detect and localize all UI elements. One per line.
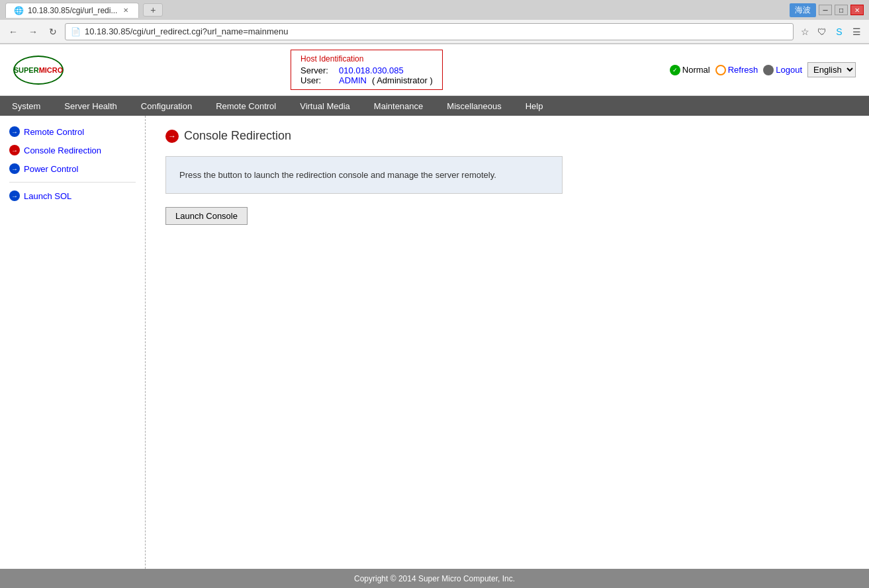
server-row: Server: 010.018.030.085 xyxy=(300,65,433,75)
sidebar-icon-launch-sol: → xyxy=(9,190,20,201)
nav-serverhealth-label: Server Health xyxy=(64,101,116,111)
app-header: SUPERMICRO Host Identification Server: 0… xyxy=(0,44,869,96)
nav-item-configuration[interactable]: Configuration xyxy=(129,96,204,116)
sidebar-item-remote-control[interactable]: → Remote Control xyxy=(0,122,145,141)
user-value: ADMIN xyxy=(339,75,367,85)
logo-super: SUPER xyxy=(14,66,39,74)
sidebar-label-remote-control: Remote Control xyxy=(24,127,84,137)
nav-virtualmedia-label: Virtual Media xyxy=(300,101,350,111)
footer: Copyright © 2014 Super Micro Computer, I… xyxy=(0,569,869,588)
nav-item-maintenance[interactable]: Maintenance xyxy=(362,96,435,116)
nav-help-label: Help xyxy=(526,101,543,111)
header-controls: ✓ Normal Refresh Logout English xyxy=(670,62,856,77)
logout-text: Logout xyxy=(776,65,802,75)
page-title-icon: → xyxy=(165,130,179,143)
logout-icon xyxy=(763,65,774,75)
page-wrapper: SUPERMICRO Host Identification Server: 0… xyxy=(0,44,869,588)
logo-micro: MICRO xyxy=(39,66,64,74)
tab-icon: 🌐 xyxy=(14,6,24,15)
menu-button[interactable]: ☰ xyxy=(849,24,864,39)
nav-item-virtual-media[interactable]: Virtual Media xyxy=(288,96,362,116)
titlebar-right: 海波 ─ □ ✕ xyxy=(790,3,864,17)
sidebar-item-power-control[interactable]: → Power Control xyxy=(0,159,145,178)
nav-item-help[interactable]: Help xyxy=(514,96,555,116)
refresh-icon xyxy=(715,65,726,75)
haibo-button[interactable]: 海波 xyxy=(790,3,816,17)
new-tab-btn[interactable]: + xyxy=(143,3,163,17)
sidebar-label-launch-sol: Launch SOL xyxy=(24,191,71,201)
sidebar-label-console-redirection: Console Redirection xyxy=(24,146,101,155)
host-id-title: Host Identification xyxy=(300,54,433,63)
user-label: User: xyxy=(300,75,334,85)
browser-chrome: 🌐 10.18.30.85/cgi/url_redi... ✕ + 海波 ─ □… xyxy=(0,0,869,44)
back-button[interactable]: ← xyxy=(5,24,21,40)
user-row: User: ADMIN ( Administrator ) xyxy=(300,75,433,85)
main-area: → Remote Control → Console Redirection →… xyxy=(0,116,869,569)
logo-area: SUPERMICRO xyxy=(13,56,64,85)
sidebar: → Remote Control → Console Redirection →… xyxy=(0,116,146,569)
info-box: Press the button to launch the redirecti… xyxy=(165,156,563,194)
nav-item-system[interactable]: System xyxy=(0,96,52,116)
bookmark-button[interactable]: ☆ xyxy=(798,24,812,39)
info-text: Press the button to launch the redirecti… xyxy=(179,170,549,180)
nav-configuration-label: Configuration xyxy=(141,101,192,111)
nav-maintenance-label: Maintenance xyxy=(374,101,423,111)
nav-system-label: System xyxy=(12,101,40,111)
browser-tab[interactable]: 🌐 10.18.30.85/cgi/url_redi... ✕ xyxy=(5,3,139,18)
reload-button[interactable]: ↻ xyxy=(45,24,61,40)
page-title-area: → Console Redirection xyxy=(165,129,849,143)
status-text: Normal xyxy=(682,65,710,75)
copyright-text: Copyright © 2014 Super Micro Computer, I… xyxy=(354,574,515,583)
page-title: Console Redirection xyxy=(184,129,291,143)
refresh-text: Refresh xyxy=(728,65,758,75)
tab-title: 10.18.30.85/cgi/url_redi... xyxy=(28,6,117,15)
skype-button[interactable]: S xyxy=(832,24,846,39)
maximize-button[interactable]: □ xyxy=(835,5,848,15)
nav-item-miscellaneous[interactable]: Miscellaneous xyxy=(435,96,513,116)
nav-miscellaneous-label: Miscellaneous xyxy=(447,101,501,111)
browser-titlebar: 🌐 10.18.30.85/cgi/url_redi... ✕ + 海波 ─ □… xyxy=(0,0,869,20)
sidebar-label-power-control: Power Control xyxy=(24,164,78,174)
titlebar-left: 🌐 10.18.30.85/cgi/url_redi... ✕ + xyxy=(5,3,163,18)
toolbar-icons: ☆ 🛡 S ☰ xyxy=(798,24,864,39)
sidebar-icon-power-control: → xyxy=(9,163,20,174)
minimize-button[interactable]: ─ xyxy=(819,5,832,15)
host-info-box: Host Identification Server: 010.018.030.… xyxy=(291,50,443,90)
refresh-link[interactable]: Refresh xyxy=(715,65,758,75)
sidebar-item-launch-sol[interactable]: → Launch SOL xyxy=(0,187,145,205)
sidebar-divider xyxy=(9,182,136,183)
page-icon: 📄 xyxy=(71,27,81,36)
sidebar-icon-remote-control: → xyxy=(9,126,20,137)
user-role: ( Administrator ) xyxy=(372,75,433,85)
sidebar-icon-console-redirection: → xyxy=(9,145,20,155)
nav-remotecontrol-label: Remote Control xyxy=(216,101,276,111)
server-value: 010.018.030.085 xyxy=(339,65,404,75)
shield-icon-btn[interactable]: 🛡 xyxy=(815,24,829,39)
sidebar-item-console-redirection[interactable]: → Console Redirection xyxy=(0,141,145,159)
url-text: 10.18.30.85/cgi/url_redirect.cgi?url_nam… xyxy=(85,26,289,36)
language-select[interactable]: English xyxy=(807,62,856,77)
forward-button[interactable]: → xyxy=(25,24,41,40)
tab-close-btn[interactable]: ✕ xyxy=(121,6,130,15)
close-button[interactable]: ✕ xyxy=(850,5,864,15)
nav-item-remote-control[interactable]: Remote Control xyxy=(204,96,288,116)
status-dot: ✓ xyxy=(670,65,680,75)
address-bar[interactable]: 📄 10.18.30.85/cgi/url_redirect.cgi?url_n… xyxy=(65,23,794,40)
content-area: → Console Redirection Press the button t… xyxy=(146,116,869,569)
logout-link[interactable]: Logout xyxy=(763,65,802,75)
nav-menu: System Server Health Configuration Remot… xyxy=(0,96,869,116)
launch-console-button[interactable]: Launch Console xyxy=(165,207,248,225)
supermicro-logo: SUPERMICRO xyxy=(13,56,64,85)
browser-toolbar: ← → ↻ 📄 10.18.30.85/cgi/url_redirect.cgi… xyxy=(0,20,869,44)
server-label: Server: xyxy=(300,65,334,75)
nav-item-server-health[interactable]: Server Health xyxy=(52,96,128,116)
status-normal: ✓ Normal xyxy=(670,65,710,75)
